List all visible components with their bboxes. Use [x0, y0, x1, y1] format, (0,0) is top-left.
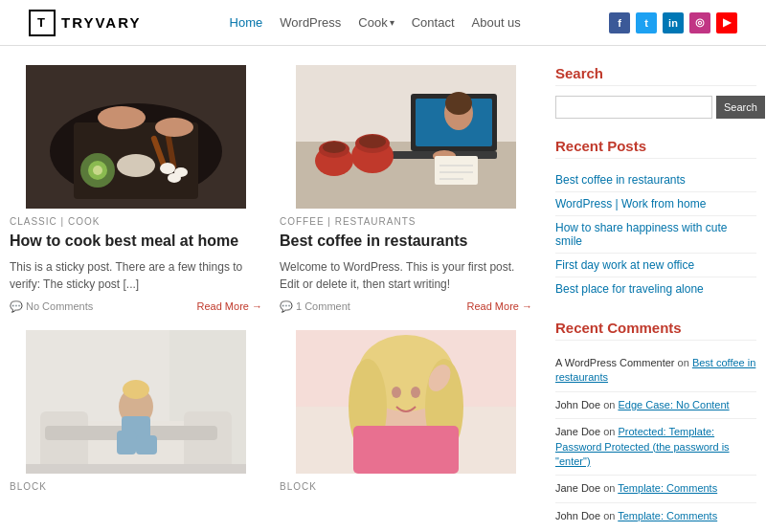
comment-item: A WordPress Commenter on Best coffee in …: [555, 350, 756, 392]
nav-wordpress[interactable]: WordPress: [280, 15, 341, 30]
social-icons: f t in ◎ ▶: [609, 12, 737, 33]
recent-comments-section: Recent Comments A WordPress Commenter on…: [555, 320, 756, 529]
logo-icon: T: [29, 10, 56, 36]
post-meta-2: 💬 1 Comment Read More: [280, 300, 532, 313]
post-image-4: [280, 330, 532, 474]
recent-posts-list: Best coffee in restaurants WordPress | W…: [555, 168, 756, 300]
recent-post-item[interactable]: WordPress | Work from home: [555, 192, 756, 216]
comment-author: A WordPress Commenter: [555, 357, 675, 368]
svg-rect-44: [117, 431, 136, 454]
svg-point-6: [93, 166, 102, 175]
main-container: CLASSIC | COOK How to cook best meal at …: [0, 46, 766, 532]
post-title-2: Best coffee in restaurants: [280, 232, 532, 252]
svg-point-11: [155, 118, 193, 137]
recent-posts-section: Recent Posts Best coffee in restaurants …: [555, 138, 756, 300]
comment-count-1: 💬 No Comments: [10, 300, 93, 313]
svg-point-10: [98, 106, 146, 129]
comment-author: Jane Doe: [555, 426, 600, 437]
svg-point-54: [392, 387, 401, 398]
search-input[interactable]: [555, 96, 712, 119]
sidebar: Search Search Recent Posts Best coffee i…: [555, 65, 756, 532]
nav-cook[interactable]: Cook ▾: [358, 15, 394, 30]
svg-point-22: [359, 135, 386, 148]
recent-post-item[interactable]: How to share happiness with cute smile: [555, 216, 756, 254]
svg-point-55: [411, 387, 420, 398]
post-card-3: BLOCK: [10, 330, 262, 492]
posts-grid: CLASSIC | COOK How to cook best meal at …: [10, 65, 532, 492]
svg-point-14: [168, 173, 181, 183]
svg-rect-29: [435, 156, 478, 185]
comment-icon-1: 💬: [10, 300, 23, 313]
comment-link[interactable]: Template: Comments: [618, 510, 717, 521]
svg-point-7: [117, 154, 155, 177]
search-section: Search Search: [555, 65, 756, 119]
post-category-1: CLASSIC | COOK: [10, 216, 262, 227]
recent-comments-title: Recent Comments: [555, 320, 756, 341]
comment-author: Jane Doe: [555, 482, 600, 494]
svg-rect-56: [353, 426, 459, 474]
comment-item: Jane Doe on Protected: Template: Passwor…: [555, 419, 756, 476]
post-excerpt-1: This is a sticky post. There are a few t…: [10, 258, 262, 293]
svg-point-12: [160, 163, 175, 174]
post-card-2: COFFEE | RESTAURANTS Best coffee in rest…: [280, 65, 532, 313]
svg-rect-45: [136, 435, 157, 454]
search-title: Search: [555, 65, 756, 86]
linkedin-icon[interactable]: in: [663, 12, 684, 33]
youtube-icon[interactable]: ▶: [716, 12, 737, 33]
comment-icon-2: 💬: [280, 300, 293, 313]
read-more-1[interactable]: Read More: [197, 300, 262, 312]
site-logo[interactable]: T TRYVARY: [29, 10, 141, 36]
search-box: Search: [555, 96, 756, 119]
comment-author: John Doe: [555, 399, 600, 410]
comment-link[interactable]: Template: Comments: [618, 482, 717, 494]
nav-about[interactable]: About us: [472, 15, 521, 30]
site-header: T TRYVARY Home WordPress Cook ▾ Contact …: [0, 0, 766, 46]
post-meta-1: 💬 No Comments Read More: [10, 300, 262, 313]
content-area: CLASSIC | COOK How to cook best meal at …: [10, 65, 532, 532]
svg-point-27: [445, 92, 472, 115]
comment-link[interactable]: Edge Case: No Content: [618, 399, 729, 410]
post-card-1: CLASSIC | COOK How to cook best meal at …: [10, 65, 262, 313]
recent-post-item[interactable]: Best place for traveling alone: [555, 277, 756, 300]
svg-point-25: [323, 142, 346, 153]
logo-text: TRYVARY: [61, 14, 141, 31]
comment-author: John Doe: [555, 510, 600, 521]
twitter-icon[interactable]: t: [636, 12, 657, 33]
main-nav: Home WordPress Cook ▾ Contact About us: [230, 15, 521, 30]
post-block-label-4: BLOCK: [280, 481, 532, 492]
nav-home[interactable]: Home: [230, 15, 263, 30]
comment-count-2: 💬 1 Comment: [280, 300, 350, 313]
facebook-icon[interactable]: f: [609, 12, 630, 33]
post-image-1: [10, 65, 262, 209]
post-excerpt-2: Welcome to WordPress. This is your first…: [280, 258, 532, 293]
recent-post-item[interactable]: First day work at new office: [555, 254, 756, 277]
post-title-1: How to cook best meal at home: [10, 232, 262, 252]
search-button[interactable]: Search: [716, 96, 765, 119]
post-block-label-3: BLOCK: [10, 481, 262, 492]
comment-item: John Doe on Template: Comments: [555, 503, 756, 529]
comment-item: Jane Doe on Template: Comments: [555, 476, 756, 502]
post-card-4: BLOCK: [280, 330, 532, 492]
post-image-2: [280, 65, 532, 209]
instagram-icon[interactable]: ◎: [689, 12, 710, 33]
recent-posts-title: Recent Posts: [555, 138, 756, 159]
post-category-2: COFFEE | RESTAURANTS: [280, 216, 532, 227]
post-image-3: [10, 330, 262, 474]
nav-contact[interactable]: Contact: [412, 15, 455, 30]
comment-item: John Doe on Edge Case: No Content: [555, 392, 756, 419]
svg-point-41: [123, 380, 149, 399]
read-more-2[interactable]: Read More: [467, 300, 532, 312]
recent-comments-list: A WordPress Commenter on Best coffee in …: [555, 350, 756, 529]
svg-rect-46: [26, 464, 246, 474]
recent-post-item[interactable]: Best coffee in restaurants: [555, 168, 756, 192]
